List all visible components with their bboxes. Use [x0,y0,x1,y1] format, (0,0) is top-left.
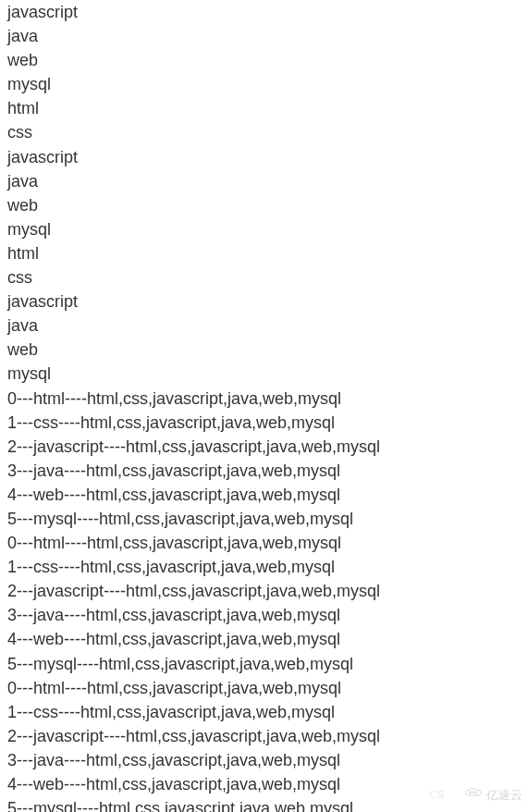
output-line: web [7,338,528,362]
svg-point-1 [474,792,477,794]
output-line: mysql [7,217,528,241]
output-line: 1---css----html,css,javascript,java,web,… [7,700,528,724]
svg-point-0 [470,792,473,794]
output-line: javascript [7,145,528,169]
output-line: css [7,265,528,289]
output-line: 4---web----html,css,javascript,java,web,… [7,772,528,796]
watermark: 亿速云 [464,786,522,805]
output-line: 5---mysql----html,css,javascript,java,we… [7,796,528,812]
output-line: 2---javascript----html,css,javascript,ja… [7,435,528,459]
output-line: 1---css----html,css,javascript,java,web,… [7,555,528,579]
csdn-watermark: CS [430,788,445,803]
output-line: css [7,120,528,144]
output-line: 3---java----html,css,javascript,java,web… [7,459,528,483]
output-line: 1---css----html,css,javascript,java,web,… [7,411,528,435]
output-line: 5---mysql----html,css,javascript,java,we… [7,652,528,676]
output-line: 4---web----html,css,javascript,java,web,… [7,627,528,651]
output-line: javascript [7,289,528,314]
output-line: 2---javascript----html,css,javascript,ja… [7,724,528,748]
output-line: html [7,96,528,120]
output-line: 2---javascript----html,css,javascript,ja… [7,579,528,603]
cloud-icon [464,786,483,805]
output-line: html [7,241,528,265]
output-line: java [7,169,528,193]
output-line: 4---web----html,css,javascript,java,web,… [7,483,528,507]
output-line: 0---html----html,css,javascript,java,web… [7,676,528,700]
output-line: java [7,314,528,338]
output-line: javascript [7,0,528,24]
output-line: 3---java----html,css,javascript,java,web… [7,748,528,772]
text-output: javascriptjavawebmysqlhtmlcssjavascriptj… [7,0,528,812]
output-line: java [7,24,528,48]
watermark-text: 亿速云 [486,787,522,805]
output-line: mysql [7,72,528,96]
output-line: 0---html----html,css,javascript,java,web… [7,531,528,555]
output-line: 3---java----html,css,javascript,java,web… [7,603,528,627]
output-line: web [7,48,528,72]
output-line: 5---mysql----html,css,javascript,java,we… [7,507,528,531]
output-line: 0---html----html,css,javascript,java,web… [7,387,528,411]
output-line: web [7,193,528,217]
output-line: mysql [7,362,528,386]
